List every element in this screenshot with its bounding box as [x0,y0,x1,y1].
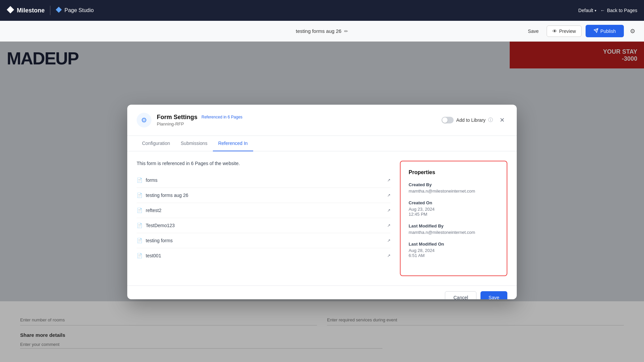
gear-icon: ⚙ [630,28,635,35]
chevron-down-icon: ▾ [595,9,596,12]
eye-icon: 👁 [552,29,557,34]
page-title-label: testing forms aug 26 [296,28,341,34]
external-link-icon: ↗ [387,238,390,243]
logo: Milestone [7,6,45,15]
page-name: test001 [146,253,384,258]
nav-page-studio: Page Studio [56,7,94,14]
external-link-icon: ↗ [387,178,390,183]
modal-header-right: Add to Library ⓘ ✕ [442,115,507,125]
page-name: reftest2 [146,208,384,213]
toggle-knob [442,117,448,123]
nav-right: Default ▾ ← Back to Pages [578,8,637,13]
modal-save-button[interactable]: Save [480,291,507,299]
last-modified-on-group: Last Modified On Aug 28, 2024 6:51 AM [409,242,499,258]
referenced-description: This form is referenced in 6 Pages of th… [137,161,390,166]
send-icon [594,28,598,34]
list-item[interactable]: 📄 reftest2 ↗ [137,203,390,218]
page-name: testing forms aug 26 [146,193,384,198]
modal-footer: Cancel Save [127,286,517,299]
cancel-button[interactable]: Cancel [445,291,476,299]
modal-subtitle: Planning-RFP [157,121,242,126]
created-by-group: Created By mamtha.n@milestoneinternet.co… [409,182,499,194]
tab-configuration[interactable]: Configuration [137,136,175,151]
modal-title: Form Settings [157,114,197,121]
svg-marker-0 [7,6,14,13]
settings-button[interactable]: ⚙ [628,25,637,37]
created-on-time: 12:45 PM [409,212,499,217]
back-to-pages-link[interactable]: ← Back to Pages [600,8,637,13]
toolbar: testing forms aug 26 ✏ Save 👁 Preview Pu… [0,21,644,42]
nav-default-dropdown[interactable]: Default ▾ [578,8,596,13]
modal-badge: Referenced in 6 Pages [201,115,242,119]
add-to-library-label: Add to Library [456,117,486,123]
external-link-icon: ↗ [387,253,390,258]
back-to-pages-label: Back to Pages [607,8,637,13]
save-button[interactable]: Save [524,27,543,36]
last-modified-by-value: mamtha.n@milestoneinternet.com [409,230,499,235]
toolbar-right: Save 👁 Preview Publish ⚙ [524,25,637,37]
list-item[interactable]: 📄 test001 ↗ [137,248,390,263]
page-name: TestDemo123 [146,223,384,228]
list-item[interactable]: 📄 testing forms aug 26 ↗ [137,188,390,203]
created-on-date: Aug 23, 2024 [409,207,499,212]
page-name: testing forms [146,238,384,243]
top-nav: Milestone Page Studio Default ▾ ← Back t… [0,0,644,21]
last-modified-by-label: Last Modified By [409,223,499,228]
modal-body: This form is referenced in 6 Pages of th… [127,151,517,286]
external-link-icon: ↗ [387,223,390,228]
nav-divider [50,6,50,15]
settings-gear-icon: ⚙ [141,116,147,124]
page-doc-icon: 📄 [137,208,142,213]
created-by-value: mamtha.n@milestoneinternet.com [409,189,499,194]
tab-submissions[interactable]: Submissions [175,136,213,151]
list-item[interactable]: 📄 testing forms ↗ [137,233,390,248]
modal-content-left: This form is referenced in 6 Pages of th… [137,161,400,276]
arrow-left-icon: ← [600,8,605,13]
page-studio-label: Page Studio [64,7,94,13]
page-studio-icon [56,7,62,14]
modal-header: ⚙ Form Settings Referenced in 6 Pages Pl… [127,105,517,136]
info-icon[interactable]: ⓘ [488,117,493,123]
nav-default-label: Default [578,8,593,13]
svg-marker-1 [56,7,62,13]
logo-icon [7,6,14,15]
toolbar-center: testing forms aug 26 ✏ [296,28,348,34]
last-modified-on-date: Aug 28, 2024 [409,248,499,253]
edit-icon[interactable]: ✏ [344,29,348,34]
page-name: forms [146,177,384,183]
external-link-icon: ↗ [387,193,390,198]
created-by-label: Created By [409,182,499,187]
properties-panel: Properties Created By mamtha.n@milestone… [400,161,507,276]
last-modified-on-label: Last Modified On [409,242,499,247]
properties-title: Properties [409,169,499,175]
modal-tabs: Configuration Submissions Referenced In [127,136,517,151]
last-modified-by-group: Last Modified By mamtha.n@milestoneinter… [409,223,499,235]
page-doc-icon: 📄 [137,177,142,183]
list-item[interactable]: 📄 forms ↗ [137,173,390,188]
publish-label: Publish [600,29,616,34]
modal-close-button[interactable]: ✕ [497,115,507,125]
preview-label: Preview [559,29,576,34]
add-to-library-control: Add to Library ⓘ [442,117,493,123]
created-on-label: Created On [409,200,499,205]
modal-dialog: ⚙ Form Settings Referenced in 6 Pages Pl… [127,105,517,299]
modal-icon-wrap: ⚙ [137,113,151,127]
add-to-library-toggle[interactable] [442,117,454,123]
created-on-group: Created On Aug 23, 2024 12:45 PM [409,200,499,217]
page-doc-icon: 📄 [137,238,142,243]
preview-button[interactable]: 👁 Preview [547,25,582,37]
page-doc-icon: 📄 [137,193,142,198]
page-doc-icon: 📄 [137,253,142,258]
publish-button[interactable]: Publish [586,25,624,37]
tab-referenced-in[interactable]: Referenced In [213,136,253,151]
last-modified-on-time: 6:51 AM [409,253,499,258]
page-doc-icon: 📄 [137,223,142,228]
logo-text: Milestone [17,7,45,14]
page-background: MADEUP YOUR STAY -3000 Share more detail… [0,42,644,362]
page-list: 📄 forms ↗ 📄 testing forms aug 26 ↗ 📄 ref… [137,173,390,263]
modal-title-group: Form Settings Referenced in 6 Pages Plan… [157,114,242,126]
external-link-icon: ↗ [387,208,390,213]
list-item[interactable]: 📄 TestDemo123 ↗ [137,218,390,233]
modal-title-row: Form Settings Referenced in 6 Pages [157,114,242,121]
